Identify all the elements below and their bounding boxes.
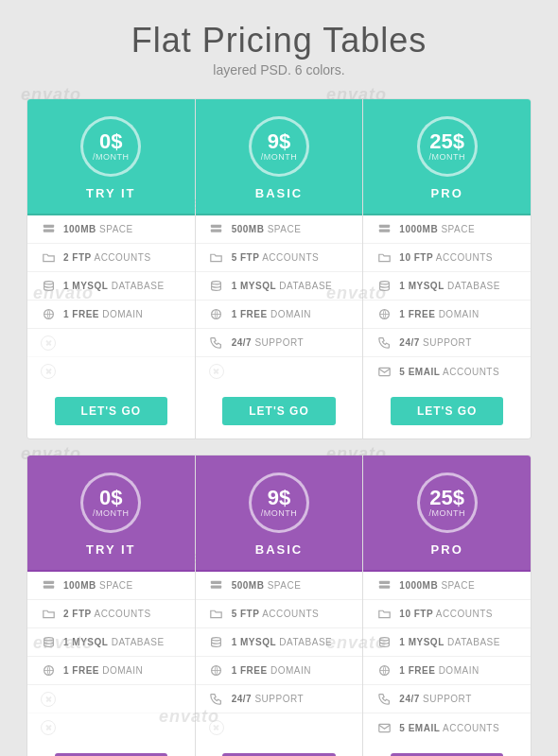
teal-pro-name: PRO <box>373 186 521 200</box>
svg-point-16 <box>379 282 389 284</box>
feature-text: 100MB SPACE <box>63 580 133 591</box>
feature-row: 2 FTP ACCOUNTS <box>27 600 195 628</box>
feature-row: 500MB SPACE <box>196 215 363 244</box>
page-header: Flat Pricing Tables layered PSD. 6 color… <box>0 0 558 81</box>
folder-icon <box>209 250 224 266</box>
feature-text: 1 FREE DOMAIN <box>63 309 143 319</box>
svg-point-27 <box>219 581 221 583</box>
server-icon <box>376 578 392 593</box>
teal-pro-price: 25$ <box>429 131 464 152</box>
purple-basic-circle: 9$ /MONTH <box>249 472 309 533</box>
feature-row: 1 FREE DOMAIN <box>196 657 363 685</box>
globe-icon <box>376 307 392 322</box>
svg-point-14 <box>388 225 390 227</box>
purple-try-it-btn-container: Let's Go <box>27 742 195 756</box>
purple-basic-price: 9$ <box>268 488 290 508</box>
svg-point-4 <box>44 282 53 284</box>
purple-pricing-table: 0$ /MONTH TRY IT 100MB SPACE 2 FTP ACCOU… <box>27 455 531 756</box>
feature-text: 5 FTP ACCOUNTS <box>232 252 320 263</box>
globe-icon <box>41 663 56 679</box>
purple-col-basic: 9$ /MONTH BASIC 500MB SPACE 5 FTP ACCOUN… <box>196 455 364 756</box>
feature-row-disabled <box>27 329 195 357</box>
feature-row: 1 MYSQL DATABASE <box>27 628 195 657</box>
feature-row: 100MB SPACE <box>27 215 195 244</box>
feature-row: 1000MB SPACE <box>363 215 531 244</box>
purple-col-pro: 25$ /MONTH PRO 1000MB SPACE 10 FTP ACCOU… <box>363 455 531 756</box>
feature-row: 5 EMAIL ACCOUNTS <box>363 713 531 742</box>
teal-pricing-table: 0$ /MONTH TRY IT 100MB SPACE 2 FTP ACCOU… <box>27 99 531 438</box>
teal-basic-name: BASIC <box>205 186 354 200</box>
teal-try-it-period: /MONTH <box>93 152 130 162</box>
feature-row: 24/7 SUPPORT <box>363 329 531 357</box>
svg-point-15 <box>388 230 390 232</box>
purple-pro-header: 25$ /MONTH PRO <box>363 455 531 572</box>
purple-pro-period: /MONTH <box>428 508 465 518</box>
feature-row: 10 FTP ACCOUNTS <box>363 600 531 628</box>
svg-point-8 <box>219 225 221 227</box>
teal-basic-header: 9$ /MONTH BASIC <box>196 99 363 215</box>
server-icon <box>376 222 392 237</box>
svg-rect-37 <box>379 724 390 731</box>
teal-pro-btn-container: Let's Go <box>363 386 531 438</box>
teal-col-try-it: 0$ /MONTH TRY IT 100MB SPACE 2 FTP ACCOU… <box>27 99 196 438</box>
teal-try-it-circle: 0$ /MONTH <box>80 116 141 177</box>
svg-point-22 <box>51 586 53 588</box>
teal-try-it-btn-container: Let's Go <box>27 386 195 438</box>
x-icon <box>41 364 56 379</box>
folder-icon <box>209 607 224 622</box>
feature-text: 1 MYSQL DATABASE <box>232 281 333 291</box>
database-icon <box>376 279 392 294</box>
feature-text: 24/7 SUPPORT <box>399 337 471 348</box>
teal-pro-period: /MONTH <box>428 152 465 162</box>
feature-row: 1 FREE DOMAIN <box>27 657 195 685</box>
purple-try-it-header: 0$ /MONTH TRY IT <box>27 455 195 572</box>
svg-point-2 <box>51 225 53 227</box>
svg-point-9 <box>219 230 221 232</box>
feature-text: 1 FREE DOMAIN <box>399 309 479 319</box>
teal-pro-circle: 25$ /MONTH <box>417 116 478 177</box>
feature-text: 2 FTP ACCOUNTS <box>63 252 151 263</box>
purple-col-try-it: 0$ /MONTH TRY IT 100MB SPACE 2 FTP ACCOU… <box>27 455 196 756</box>
feature-row: 1 FREE DOMAIN <box>363 301 531 329</box>
feature-text: 1000MB SPACE <box>399 224 475 234</box>
svg-point-23 <box>44 638 53 641</box>
feature-row-disabled <box>27 713 195 742</box>
phone-icon <box>376 335 392 351</box>
feature-text: 5 EMAIL ACCOUNTS <box>399 723 499 733</box>
feature-text: 5 EMAIL ACCOUNTS <box>399 367 499 377</box>
feature-row: 1 MYSQL DATABASE <box>363 628 531 657</box>
teal-pro-button[interactable]: Let's Go <box>391 397 504 425</box>
phone-icon <box>376 692 392 707</box>
teal-try-it-price: 0$ <box>99 131 122 152</box>
x-icon <box>41 720 56 735</box>
feature-row: 1 FREE DOMAIN <box>363 657 531 685</box>
feature-row: 10 FTP ACCOUNTS <box>363 244 531 272</box>
database-icon <box>41 635 56 650</box>
feature-text: 2 FTP ACCOUNTS <box>63 609 151 619</box>
svg-point-10 <box>212 282 221 284</box>
teal-basic-price: 9$ <box>268 131 290 152</box>
feature-row-disabled <box>27 685 195 713</box>
svg-point-33 <box>388 581 390 583</box>
svg-point-28 <box>219 586 221 588</box>
feature-row: 1 MYSQL DATABASE <box>196 272 363 301</box>
teal-try-it-button[interactable]: Let's Go <box>55 397 168 425</box>
globe-icon <box>41 307 56 322</box>
purple-pricing-section: 0$ /MONTH TRY IT 100MB SPACE 2 FTP ACCOU… <box>26 455 532 756</box>
database-icon <box>41 279 56 294</box>
purple-basic-features: 500MB SPACE 5 FTP ACCOUNTS 1 MYSQL DATAB… <box>196 572 363 742</box>
feature-text: 5 FTP ACCOUNTS <box>232 609 320 619</box>
purple-pro-price: 25$ <box>429 488 464 508</box>
feature-text: 1 MYSQL DATABASE <box>232 637 333 647</box>
teal-basic-circle: 9$ /MONTH <box>249 116 309 177</box>
purple-basic-header: 9$ /MONTH BASIC <box>196 455 363 572</box>
database-icon <box>376 635 392 650</box>
svg-point-3 <box>51 230 53 232</box>
phone-icon <box>209 335 224 351</box>
feature-text: 1 FREE DOMAIN <box>63 665 143 676</box>
teal-basic-button[interactable]: Let's Go <box>222 397 336 425</box>
x-icon <box>41 335 56 351</box>
teal-try-it-name: TRY IT <box>37 186 185 200</box>
globe-icon <box>209 307 224 322</box>
email-icon <box>376 720 392 735</box>
